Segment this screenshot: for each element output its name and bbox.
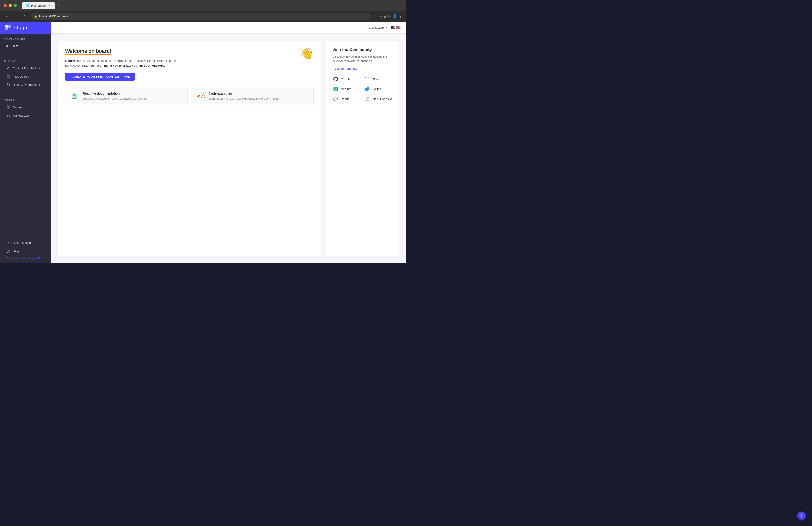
- community-link-github[interactable]: GitHub: [333, 76, 361, 82]
- flag-icon: 🇺🇸: [396, 25, 401, 30]
- strapi-version-link[interactable]: Strapi v3.0.0-next.33: [19, 257, 40, 259]
- address-bar[interactable]: 🔒 localhost:1337/admin/: [31, 13, 371, 20]
- marketplace-icon: [6, 114, 11, 118]
- github-label: GitHub: [341, 77, 350, 81]
- svg-point-31: [336, 88, 337, 90]
- sidebar-item-files-upload[interactable]: Files Upload: [4, 73, 47, 80]
- reload-button[interactable]: ↻: [22, 13, 28, 19]
- browser-chrome: 🌐 Homepage ✕ + ‹ › ↻ 🔒 localhost:1337/ad…: [0, 0, 406, 21]
- user-chevron-icon: ▼: [385, 26, 388, 29]
- twitter-icon: [364, 86, 370, 92]
- new-tab-button[interactable]: +: [56, 2, 62, 9]
- sidebar-item-users[interactable]: Users: [4, 43, 47, 49]
- code-title: Code examples: [209, 92, 279, 95]
- sidebar-item-documentation[interactable]: Documentation: [4, 239, 47, 246]
- tab-close-button[interactable]: ✕: [47, 4, 51, 7]
- slack-icon: [364, 76, 370, 82]
- code-icon: </>: [196, 92, 205, 101]
- content-type-builder-icon: [6, 66, 11, 70]
- roadmap-text: See our roadmap: [334, 67, 357, 70]
- roadmap-arrow: ›: [333, 67, 334, 70]
- community-link-medium[interactable]: Medium: [333, 86, 361, 92]
- logo-text: strapi: [14, 25, 27, 30]
- reddit-icon: [333, 96, 339, 102]
- welcome-title: Welcome on board!: [65, 48, 112, 54]
- community-link-reddit[interactable]: Reddit: [333, 96, 361, 102]
- plugins-nav-label: Plugins: [13, 106, 23, 109]
- documentation-icon: [6, 241, 11, 245]
- svg-rect-29: [368, 78, 368, 79]
- content-types-label: CONTENT TYPES: [4, 38, 47, 41]
- svg-rect-24: [365, 77, 366, 78]
- sidebar-item-help[interactable]: Help: [4, 247, 47, 255]
- username: paulbocuse: [369, 26, 384, 29]
- svg-rect-1: [8, 25, 11, 28]
- sidebar-item-content-type-builder[interactable]: Content Type Builder: [4, 64, 47, 72]
- svg-rect-22: [75, 94, 77, 98]
- congrats-bold: we recommend you to create your first Co…: [91, 64, 165, 67]
- community-link-twitter[interactable]: Twitter: [364, 86, 392, 92]
- svg-point-4: [8, 84, 9, 85]
- documentation-label: Documentation: [13, 241, 32, 244]
- sidebar-item-roles-permissions[interactable]: Roles & Permissions: [4, 81, 47, 89]
- svg-rect-39: [365, 100, 368, 100]
- bookmark-icon[interactable]: ☆: [374, 14, 377, 18]
- address-text: localhost:1337/admin/: [39, 14, 68, 18]
- svg-rect-0: [5, 25, 8, 28]
- traffic-light-red[interactable]: [4, 4, 7, 7]
- account-icon[interactable]: 👤: [392, 14, 397, 18]
- sidebar-section-plugins: PLUGINS Content Type Builder Files Uploa…: [0, 56, 51, 91]
- docs-content: Read the documentation Discover the conc…: [83, 92, 147, 101]
- header-lang[interactable]: EN 🇺🇸: [391, 25, 401, 30]
- cta-label: CREATE YOUR FIRST CONTENT TYPE: [73, 75, 130, 78]
- app-container: strapi CONTENT TYPES Users PLUGINS Conte…: [0, 21, 406, 263]
- community-link-slack[interactable]: Slack: [364, 76, 392, 82]
- docs-title: Read the documentation: [83, 92, 147, 95]
- roles-permissions-label: Roles & Permissions: [13, 83, 40, 87]
- sidebar: strapi CONTENT TYPES Users PLUGINS Conte…: [0, 21, 51, 263]
- create-content-type-button[interactable]: › CREATE YOUR FIRST CONTENT TYPE: [65, 73, 134, 80]
- stackoverflow-label: Stack Overflow: [372, 97, 392, 101]
- traffic-light-yellow[interactable]: [9, 4, 12, 7]
- svg-point-35: [335, 99, 335, 100]
- book-icon: [70, 92, 79, 101]
- back-button[interactable]: ‹: [4, 13, 10, 19]
- active-tab[interactable]: 🌐 Homepage ✕: [22, 2, 55, 9]
- sidebar-item-marketplace[interactable]: Marketplace: [4, 111, 47, 119]
- sidebar-item-plugins[interactable]: Plugins: [4, 103, 47, 111]
- docs-desc: Discover the concepts, reference guides …: [83, 97, 147, 101]
- help-label: Help: [13, 250, 19, 253]
- forward-button[interactable]: ›: [13, 13, 19, 19]
- traffic-light-green[interactable]: [14, 4, 17, 7]
- resource-card-code[interactable]: </> Code examples Learn by testing real …: [191, 87, 314, 105]
- roadmap-link[interactable]: › See our roadmap: [333, 67, 392, 70]
- menu-icon[interactable]: ⋮: [399, 14, 402, 18]
- resource-cards: Read the documentation Discover the conc…: [65, 87, 314, 105]
- users-label: Users: [11, 44, 18, 48]
- incognito-label: Incognito: [379, 14, 391, 18]
- tab-favicon: 🌐: [26, 4, 29, 7]
- sidebar-bottom: Documentation Help Powered by Strapi v3.…: [0, 236, 51, 263]
- svg-point-36: [336, 99, 337, 100]
- lang-text: EN: [391, 26, 395, 29]
- resource-card-docs[interactable]: Read the documentation Discover the conc…: [65, 87, 188, 105]
- users-dot-icon: [6, 45, 8, 47]
- sidebar-logo: strapi: [0, 21, 51, 34]
- welcome-card: Welcome on board! 👋 Congrats! You are lo…: [58, 41, 321, 256]
- svg-rect-10: [8, 115, 9, 117]
- header-user[interactable]: paulbocuse ▼: [369, 26, 388, 29]
- svg-rect-28: [368, 77, 368, 78]
- svg-rect-26: [366, 77, 367, 78]
- strapi-logo-icon: [4, 24, 12, 31]
- welcome-text: Congrats! You are logged as the first ad…: [65, 59, 178, 68]
- main-area: paulbocuse ▼ EN 🇺🇸 Welcome on board! 👋 C…: [51, 21, 406, 263]
- code-content: Code examples Learn by testing real proj…: [209, 92, 279, 101]
- code-desc: Learn by testing real projects developed…: [209, 97, 279, 101]
- files-upload-icon: [6, 74, 11, 78]
- community-link-stackoverflow[interactable]: Stack Overflow: [364, 96, 392, 102]
- github-icon: [333, 76, 339, 82]
- powered-by: Powered by Strapi v3.0.0-next.33: [4, 256, 47, 260]
- svg-rect-41: [366, 99, 368, 99]
- tab-title: Homepage: [31, 4, 46, 7]
- svg-rect-43: [365, 100, 366, 101]
